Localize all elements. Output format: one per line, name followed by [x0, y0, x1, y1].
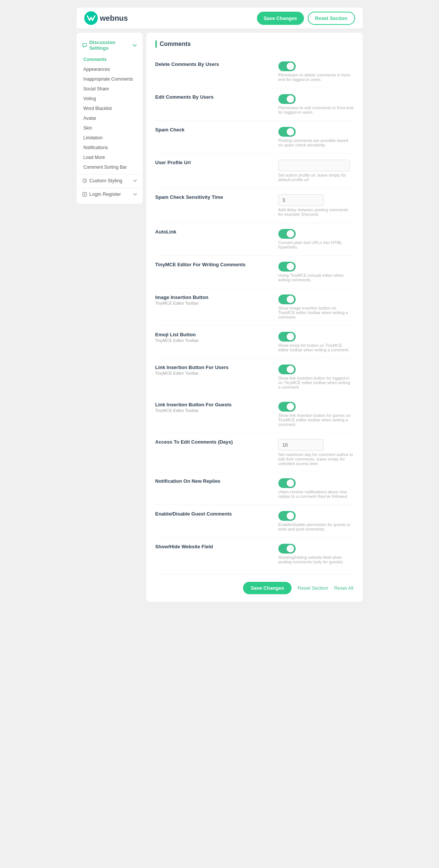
setting-description-link-insertion-guests: Show link insertion button for guests on… [278, 413, 354, 427]
toggle-website-field[interactable] [278, 544, 296, 554]
setting-control-notification-replies: Users receive notifications about new re… [278, 478, 354, 499]
number-input-spam-check-sensitivity[interactable] [278, 194, 324, 206]
setting-label-user-profile-url: User Profile Url [155, 160, 271, 165]
setting-control-autolink: Convert plain text URLs into HTML hyperl… [278, 229, 354, 249]
toggle-autolink[interactable] [278, 229, 296, 239]
sidebar-item-comment-sorting-bar[interactable]: Comment Sorting Bar [77, 162, 143, 172]
toggle-slider-emoji-list [278, 332, 296, 342]
setting-label-group-autolink: AutoLink [155, 229, 278, 235]
custom-styling-label: Custom Styling [90, 178, 122, 183]
setting-label-group-link-insertion-guests: Link Insertion Button For GuestsTinyMCE … [155, 402, 278, 413]
sidebar-item-social-share[interactable]: Social Share [77, 84, 143, 94]
setting-row-notification-replies: Notification On New RepliesUsers receive… [155, 472, 354, 505]
setting-row-emoji-list: Emoji List ButtonTinyMCE Editor ToolbarS… [155, 326, 354, 358]
discussion-icon [82, 43, 87, 48]
setting-label-group-emoji-list: Emoji List ButtonTinyMCE Editor Toolbar [155, 332, 278, 343]
setting-control-user-profile-url: Set author profile url, leave empty for … [278, 160, 354, 182]
setting-row-access-edit-days: Access To Edit Comments (Days)Set maximu… [155, 433, 354, 472]
setting-label-edit-comments: Edit Comments By Users [155, 94, 271, 100]
toggle-tinymce-editor[interactable] [278, 262, 296, 272]
setting-row-edit-comments: Edit Comments By UsersPermission to edit… [155, 88, 354, 121]
toggle-link-insertion-users[interactable] [278, 365, 296, 374]
setting-description-access-edit-days: Set maximum day for comment author to ed… [278, 452, 354, 466]
setting-control-link-insertion-users: Show link insertion button for logged-in… [278, 365, 354, 389]
chevron-down-icon-custom [133, 178, 137, 183]
setting-description-emoji-list: Show emoji list button on TinyMCE editor… [278, 343, 354, 352]
setting-description-website-field: Showing/Hiding website field when postin… [278, 555, 354, 564]
sidebar-item-skin[interactable]: Skin [77, 123, 143, 133]
setting-label-emoji-list: Emoji List Button [155, 332, 271, 337]
sidebar-item-load-more[interactable]: Load More [77, 153, 143, 162]
footer-reset-button[interactable]: Reset Section [298, 585, 328, 591]
setting-label-group-spam-check: Spam Check [155, 127, 278, 133]
header: webnus Save Changes Reset Section [77, 8, 363, 29]
logo: webnus [84, 11, 128, 25]
setting-row-spam-check: Spam CheckPosting comments are possible … [155, 121, 354, 154]
setting-label-group-access-edit-days: Access To Edit Comments (Days) [155, 439, 278, 445]
footer-save-button[interactable]: Save Changes [243, 582, 292, 594]
content-area: Comments Delete Comments By UsersPermiss… [146, 33, 363, 602]
discussion-settings-label: Discussion Settings [89, 40, 132, 51]
setting-label-group-link-insertion-users: Link Insertion Button For UsersTinyMCE E… [155, 365, 278, 375]
number-input-access-edit-days[interactable] [278, 439, 324, 451]
main-layout: Discussion Settings Comments Appearances… [77, 33, 363, 602]
toggle-spam-check[interactable] [278, 127, 296, 137]
setting-row-guest-comments: Enable/Disable Guest CommentsEnable/disa… [155, 505, 354, 538]
setting-label-group-delete-comments: Delete Comments By Users [155, 61, 278, 68]
sidebar-item-word-blacklist[interactable]: Word Blacklist [77, 104, 143, 113]
login-register-icon [82, 192, 87, 197]
setting-label-access-edit-days: Access To Edit Comments (Days) [155, 439, 271, 445]
footer-reset-all-button[interactable]: Reset All [334, 585, 353, 591]
toggle-slider-tinymce-editor [278, 262, 296, 272]
toggle-image-insertion[interactable] [278, 294, 296, 304]
sidebar-item-limitation[interactable]: Limitation [77, 133, 143, 143]
toggle-guest-comments[interactable] [278, 511, 296, 521]
setting-row-autolink: AutoLinkConvert plain text URLs into HTM… [155, 223, 354, 256]
toggle-slider-link-insertion-users [278, 365, 296, 374]
setting-label-spam-check: Spam Check [155, 127, 271, 133]
toggle-emoji-list[interactable] [278, 332, 296, 342]
sidebar-item-inappropriate-comments[interactable]: Inappropriate Comments [77, 74, 143, 84]
toggle-delete-comments[interactable] [278, 61, 296, 71]
text-input-user-profile-url[interactable] [278, 160, 350, 171]
login-register-label: Login Register [90, 191, 121, 197]
sidebar-custom-styling[interactable]: Custom Styling [77, 174, 143, 186]
sidebar-item-notifications[interactable]: Notifications [77, 143, 143, 153]
setting-sublabel-emoji-list: TinyMCE Editor Toolbar [155, 338, 271, 343]
toggle-notification-replies[interactable] [278, 478, 296, 488]
toggle-slider-guest-comments [278, 511, 296, 521]
setting-label-group-notification-replies: Notification On New Replies [155, 478, 278, 485]
setting-description-spam-check: Posting comments are possible based on s… [278, 138, 354, 147]
sidebar-discussion-settings[interactable]: Discussion Settings [77, 37, 143, 54]
setting-description-user-profile-url: Set author profile url, leave empty for … [278, 173, 354, 182]
sidebar-item-voting[interactable]: Voting [77, 94, 143, 104]
logo-icon [84, 11, 98, 25]
toggle-link-insertion-guests[interactable] [278, 402, 296, 412]
chevron-down-icon [132, 43, 137, 48]
setting-description-spam-check-sensitivity: Add delay between posting comments for e… [278, 207, 354, 217]
setting-label-delete-comments: Delete Comments By Users [155, 61, 271, 67]
setting-description-image-insertion: Show image insertion button on TinyMCE e… [278, 306, 354, 319]
sidebar-item-avatar[interactable]: Avatar [77, 113, 143, 123]
setting-control-tinymce-editor: Using TinyMCE (visual) editor when writi… [278, 262, 354, 282]
header-reset-button[interactable]: Reset Section [308, 12, 355, 25]
custom-styling-icon [82, 178, 87, 183]
setting-control-image-insertion: Show image insertion button on TinyMCE e… [278, 294, 354, 319]
setting-label-spam-check-sensitivity: Spam Check Sensitivity Time [155, 194, 271, 200]
setting-row-delete-comments: Delete Comments By UsersPermission to de… [155, 55, 354, 88]
section-title: Comments [155, 40, 354, 48]
header-save-button[interactable]: Save Changes [257, 12, 304, 25]
toggle-slider-delete-comments [278, 61, 296, 71]
sidebar-item-comments[interactable]: Comments [77, 55, 143, 64]
toggle-edit-comments[interactable] [278, 94, 296, 104]
setting-row-image-insertion: Image Insertion ButtonTinyMCE Editor Too… [155, 288, 354, 326]
sidebar-item-appearances[interactable]: Appearances [77, 64, 143, 74]
setting-description-notification-replies: Users receive notifications about new re… [278, 490, 354, 499]
setting-label-link-insertion-guests: Link Insertion Button For Guests [155, 402, 271, 407]
setting-control-access-edit-days: Set maximum day for comment author to ed… [278, 439, 354, 466]
setting-control-link-insertion-guests: Show link insertion button for guests on… [278, 402, 354, 427]
sidebar-login-register[interactable]: Login Register [77, 188, 143, 200]
chevron-down-icon-login [133, 192, 137, 197]
toggle-slider-autolink [278, 229, 296, 239]
toggle-slider-website-field [278, 544, 296, 554]
